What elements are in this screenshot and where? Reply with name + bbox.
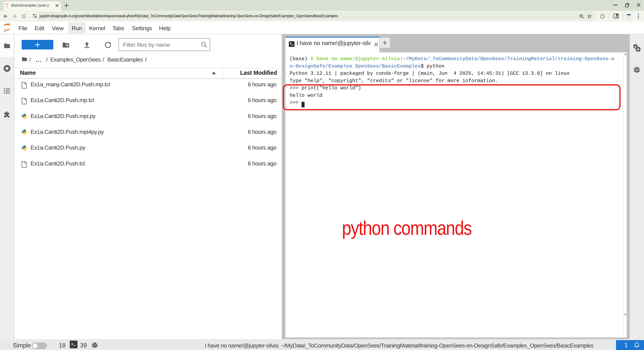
svg-text:$: $ xyxy=(290,42,292,45)
svg-text:$: $ xyxy=(72,343,73,346)
